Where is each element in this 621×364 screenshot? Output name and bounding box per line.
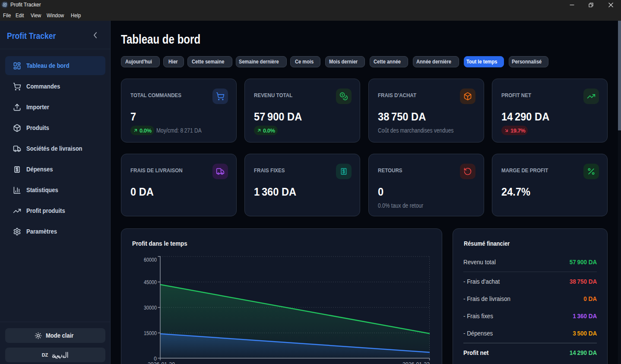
svg-text:30000: 30000 [144, 305, 157, 311]
svg-text:0: 0 [154, 356, 157, 362]
svg-text:45000: 45000 [144, 279, 157, 285]
svg-text:60000: 60000 [144, 257, 157, 263]
svg-text:15000: 15000 [144, 330, 157, 336]
svg-text:2026-01-20: 2026-01-20 [148, 361, 175, 364]
svg-text:2026-01-23: 2026-01-23 [402, 361, 430, 364]
